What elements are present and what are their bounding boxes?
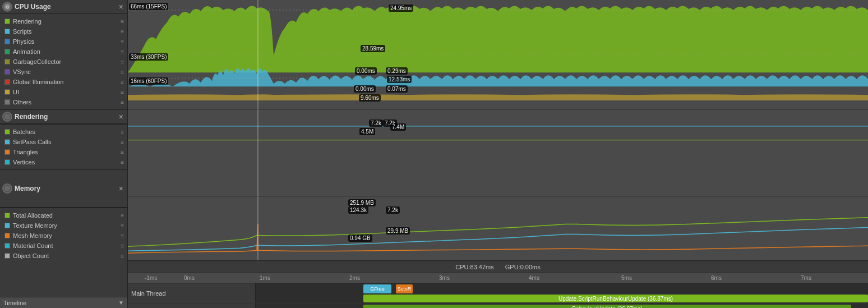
legend-item[interactable]: Rendering ≡ <box>0 16 127 26</box>
legend-item[interactable]: Object Count ≡ <box>0 251 127 261</box>
legend-item-label: Texture Memory <box>13 222 57 229</box>
main-thread-label: Main Thread <box>128 283 256 303</box>
legend-color-swatch <box>4 79 10 85</box>
legend-item[interactable]: GarbageCollector ≡ <box>0 57 127 67</box>
legend-color-swatch <box>4 159 10 165</box>
legend-menu-icon[interactable]: ≡ <box>121 223 124 229</box>
legend-color-swatch <box>4 223 10 228</box>
legend-menu-icon[interactable]: ≡ <box>121 69 124 75</box>
cpu-chart[interactable]: 66ms (15FPS) 33ms (30FPS) 16ms (60FPS) 2… <box>128 0 868 109</box>
update-block: Update.ScriptRunBehaviourUpdate (36.87ms… <box>363 295 868 302</box>
cpu-legend-list: Rendering ≡ Scripts ≡ Physics ≡ Animatio… <box>0 14 127 109</box>
ruler-tick: 4ms <box>529 275 539 281</box>
legend-menu-icon[interactable]: ≡ <box>121 233 124 239</box>
ruler-tick: -1ms <box>145 275 157 281</box>
legend-item-label: VSync <box>13 68 31 75</box>
legend-item[interactable]: Triangles ≡ <box>0 147 127 157</box>
memory-legend-list: Total Allocated ≡ Texture Memory ≡ Mesh … <box>0 208 127 263</box>
legend-color-swatch <box>4 69 10 75</box>
ruler-tick: 2ms <box>349 275 360 281</box>
legend-color-swatch <box>4 39 10 44</box>
timeline-arrow: ▼ <box>118 300 124 306</box>
legend-menu-icon[interactable]: ≡ <box>121 139 124 145</box>
legend-item[interactable]: Total Allocated ≡ <box>0 210 127 220</box>
sctnr-block: SctnR <box>396 284 413 293</box>
legend-menu-icon[interactable]: ≡ <box>121 19 124 25</box>
legend-item[interactable]: Batches ≡ <box>0 127 127 137</box>
ruler-tick: 7ms <box>801 275 811 281</box>
main-content: 66ms (15FPS) 33ms (30FPS) 16ms (60FPS) 2… <box>128 0 868 308</box>
legend-item-label: Batches <box>13 128 35 135</box>
svg-text:⚙: ⚙ <box>6 5 9 9</box>
ruler-tick: 1ms <box>260 275 270 281</box>
legend-color-swatch <box>4 253 10 259</box>
legend-item[interactable]: Global Illumination ≡ <box>0 77 127 87</box>
legend-item-label: Object Count <box>13 252 49 259</box>
legend-menu-icon[interactable]: ≡ <box>121 49 124 55</box>
legend-item-label: Scripts <box>13 28 32 35</box>
legend-item-label: Global Illumination <box>13 79 64 85</box>
ruler-tick: 3ms <box>439 275 450 281</box>
behaviour-block: BehaviourUpdate (36.87ms) <box>363 305 851 308</box>
thread-area: Main Thread GFree SctnR Update.ScriptRun… <box>128 283 868 308</box>
legend-menu-icon[interactable]: ≡ <box>121 89 124 95</box>
legend-item-label: Material Count <box>13 242 53 249</box>
legend-color-swatch <box>4 243 10 249</box>
legend-item[interactable]: SetPass Calls ≡ <box>0 137 127 147</box>
legend-item-label: Rendering <box>13 18 41 25</box>
legend-color-swatch <box>4 89 10 95</box>
cpu-section-header[interactable]: ⚙ CPU Usage × <box>0 0 127 14</box>
legend-menu-icon[interactable]: ≡ <box>121 129 124 135</box>
legend-item[interactable]: VSync ≡ <box>0 67 127 77</box>
rendering-icon <box>2 112 12 122</box>
memory-close-button[interactable]: × <box>117 184 125 193</box>
legend-item[interactable]: Texture Memory ≡ <box>0 220 127 231</box>
legend-item[interactable]: Material Count ≡ <box>0 241 127 251</box>
cpu-icon: ⚙ <box>2 2 12 12</box>
gfree-block: GFree <box>363 284 391 293</box>
legend-menu-icon[interactable]: ≡ <box>121 243 124 249</box>
behaviour-thread-row: BehaviourUpdate (36.87ms) <box>128 304 868 308</box>
legend-item[interactable]: Scripts ≡ <box>0 26 127 36</box>
gpu-status: GPU:0.00ms <box>505 264 541 270</box>
legend-item[interactable]: Mesh Memory ≡ <box>0 231 127 241</box>
behaviour-thread-label <box>128 304 256 308</box>
rendering-legend-list: Batches ≡ SetPass Calls ≡ Triangles ≡ Ve… <box>0 124 127 169</box>
rendering-section-header[interactable]: Rendering × <box>0 109 127 124</box>
legend-color-swatch <box>4 139 10 145</box>
rendering-section-title: Rendering <box>15 113 48 121</box>
legend-item-label: Mesh Memory <box>13 232 52 239</box>
legend-menu-icon[interactable]: ≡ <box>121 149 124 155</box>
timeline-bar[interactable]: Timeline ▼ <box>0 297 127 308</box>
legend-menu-icon[interactable]: ≡ <box>121 99 124 105</box>
legend-menu-icon[interactable]: ≡ <box>121 253 124 259</box>
legend-item[interactable]: Animation ≡ <box>0 47 127 57</box>
legend-item[interactable]: UI ≡ <box>0 87 127 97</box>
rendering-chart[interactable]: 7.2k 7.2k 7.4M 4.5M <box>128 109 868 196</box>
legend-color-swatch <box>4 233 10 238</box>
legend-item-label: Vertices <box>13 159 35 166</box>
main-thread-timeline[interactable]: GFree SctnR Update.ScriptRunBehaviourUpd… <box>256 283 868 303</box>
legend-item[interactable]: Others ≡ <box>0 97 127 107</box>
memory-icon <box>2 183 12 194</box>
cpu-close-button[interactable]: × <box>117 2 125 11</box>
legend-color-swatch <box>4 129 10 135</box>
legend-menu-icon[interactable]: ≡ <box>121 39 124 45</box>
legend-item[interactable]: Physics ≡ <box>0 36 127 47</box>
legend-menu-icon[interactable]: ≡ <box>121 213 124 219</box>
legend-menu-icon[interactable]: ≡ <box>121 29 124 35</box>
legend-menu-icon[interactable]: ≡ <box>121 79 124 85</box>
legend-menu-icon[interactable]: ≡ <box>121 59 124 65</box>
cpu-status: CPU:83.47ms <box>455 264 493 270</box>
memory-chart[interactable]: 251.9 MB 124.3k 7.2k 29.9 MB 0.94 GB <box>128 196 868 261</box>
rendering-close-button[interactable]: × <box>117 112 125 121</box>
legend-menu-icon[interactable]: ≡ <box>121 159 124 166</box>
legend-item[interactable]: Vertices ≡ <box>0 157 127 167</box>
legend-color-swatch <box>4 59 10 65</box>
legend-item-label: SetPass Calls <box>13 139 51 145</box>
memory-section-header[interactable]: Memory × <box>0 169 127 208</box>
timeline-ruler: -1ms0ms1ms2ms3ms4ms5ms6ms7ms <box>128 273 868 283</box>
svg-point-3 <box>4 185 11 192</box>
behaviour-thread-timeline[interactable]: BehaviourUpdate (36.87ms) <box>256 304 868 308</box>
legend-color-swatch <box>4 149 10 155</box>
